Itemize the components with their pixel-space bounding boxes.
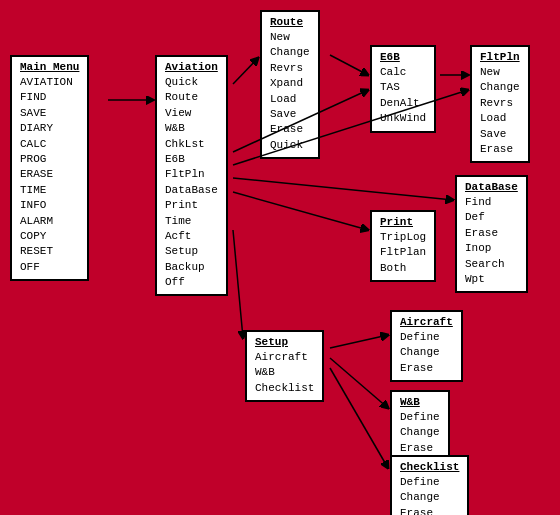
wb-define[interactable]: Define [400, 410, 440, 425]
item-save[interactable]: SAVE [20, 106, 79, 121]
print-box: Print TripLog FltPlan Both [370, 210, 436, 282]
av-e6b[interactable]: E6B [165, 152, 218, 167]
av-backup[interactable]: Backup [165, 260, 218, 275]
aviation-title: Aviation [165, 61, 218, 73]
fltpln-erase[interactable]: Erase [480, 142, 520, 157]
wb-erase[interactable]: Erase [400, 441, 440, 456]
svg-line-3 [330, 55, 368, 75]
item-diary[interactable]: DIARY [20, 121, 79, 136]
print-title: Print [380, 216, 426, 228]
item-calc[interactable]: CALC [20, 137, 79, 152]
database-title: DataBase [465, 181, 518, 193]
route-erase[interactable]: Erase [270, 122, 310, 137]
svg-line-11 [330, 358, 388, 408]
item-aviation[interactable]: AVIATION [20, 75, 79, 90]
print-fltplan[interactable]: FltPlan [380, 245, 426, 260]
e6b-box: E6B Calc TAS DenAlt UnkWind [370, 45, 436, 133]
chk-change[interactable]: Change [400, 490, 459, 505]
svg-line-7 [233, 178, 453, 200]
setup-checklist[interactable]: Checklist [255, 381, 314, 396]
e6b-unkwind[interactable]: UnkWind [380, 111, 426, 126]
av-view[interactable]: View [165, 106, 218, 121]
fltpln-save[interactable]: Save [480, 127, 520, 142]
av-off[interactable]: Off [165, 275, 218, 290]
av-wb[interactable]: W&B [165, 121, 218, 136]
route-load[interactable]: Load [270, 92, 310, 107]
av-time[interactable]: Time [165, 214, 218, 229]
fltpln-title: FltPln [480, 51, 520, 63]
av-route[interactable]: Route [165, 90, 218, 105]
route-xpand[interactable]: Xpand [270, 76, 310, 91]
checklist-box: Checklist Define Change Erase [390, 455, 469, 515]
route-save[interactable]: Save [270, 107, 310, 122]
route-change[interactable]: Change [270, 45, 310, 60]
db-erase[interactable]: Erase [465, 226, 518, 241]
db-def[interactable]: Def [465, 210, 518, 225]
e6b-denalt[interactable]: DenAlt [380, 96, 426, 111]
setup-wb[interactable]: W&B [255, 365, 314, 380]
db-inop[interactable]: Inop [465, 241, 518, 256]
item-prog[interactable]: PROG [20, 152, 79, 167]
db-search[interactable]: Search [465, 257, 518, 272]
item-alarm[interactable]: ALARM [20, 214, 79, 229]
av-quick[interactable]: Quick [165, 75, 218, 90]
fltpln-revrs[interactable]: Revrs [480, 96, 520, 111]
wb-change[interactable]: Change [400, 425, 440, 440]
svg-line-9 [233, 230, 243, 338]
wb-box: W&B Define Change Erase [390, 390, 450, 462]
av-setup[interactable]: Setup [165, 244, 218, 259]
route-revrs[interactable]: Revrs [270, 61, 310, 76]
item-info[interactable]: INFO [20, 198, 79, 213]
item-reset[interactable]: RESET [20, 244, 79, 259]
database-box: DataBase Find Def Erase Inop Search Wpt [455, 175, 528, 293]
aviation-box: Aviation Quick Route View W&B ChkLst E6B… [155, 55, 228, 296]
fltpln-change[interactable]: Change [480, 80, 520, 95]
main-menu-box: Main Menu AVIATION FIND SAVE DIARY CALC … [10, 55, 89, 281]
fltpln-box: FltPln New Change Revrs Load Save Erase [470, 45, 530, 163]
acft-change[interactable]: Change [400, 345, 453, 360]
svg-line-10 [330, 335, 388, 348]
fltpln-load[interactable]: Load [480, 111, 520, 126]
av-acft[interactable]: Acft [165, 229, 218, 244]
e6b-calc[interactable]: Calc [380, 65, 426, 80]
svg-line-2 [233, 58, 258, 84]
wb-title: W&B [400, 396, 440, 408]
av-fltpln[interactable]: FltPln [165, 167, 218, 182]
chk-erase[interactable]: Erase [400, 506, 459, 515]
item-time[interactable]: TIME [20, 183, 79, 198]
av-print[interactable]: Print [165, 198, 218, 213]
av-chklst[interactable]: ChkLst [165, 137, 218, 152]
acft-erase[interactable]: Erase [400, 361, 453, 376]
aircraft-title: Aircraft [400, 316, 453, 328]
e6b-tas[interactable]: TAS [380, 80, 426, 95]
item-erase[interactable]: ERASE [20, 167, 79, 182]
db-wpt[interactable]: Wpt [465, 272, 518, 287]
fltpln-new[interactable]: New [480, 65, 520, 80]
checklist-title: Checklist [400, 461, 459, 473]
aircraft-box: Aircraft Define Change Erase [390, 310, 463, 382]
setup-title: Setup [255, 336, 314, 348]
route-title: Route [270, 16, 310, 28]
print-triplog[interactable]: TripLog [380, 230, 426, 245]
main-menu-title: Main Menu [20, 61, 79, 73]
db-find[interactable]: Find [465, 195, 518, 210]
print-both[interactable]: Both [380, 261, 426, 276]
e6b-title: E6B [380, 51, 426, 63]
setup-aircraft[interactable]: Aircraft [255, 350, 314, 365]
svg-line-8 [233, 192, 368, 230]
route-new[interactable]: New [270, 30, 310, 45]
item-copy[interactable]: COPY [20, 229, 79, 244]
av-database[interactable]: DataBase [165, 183, 218, 198]
acft-define[interactable]: Define [400, 330, 453, 345]
item-off[interactable]: OFF [20, 260, 79, 275]
chk-define[interactable]: Define [400, 475, 459, 490]
item-find[interactable]: FIND [20, 90, 79, 105]
svg-line-12 [330, 368, 388, 468]
setup-box: Setup Aircraft W&B Checklist [245, 330, 324, 402]
route-box: Route New Change Revrs Xpand Load Save E… [260, 10, 320, 159]
route-quick[interactable]: Quick [270, 138, 310, 153]
